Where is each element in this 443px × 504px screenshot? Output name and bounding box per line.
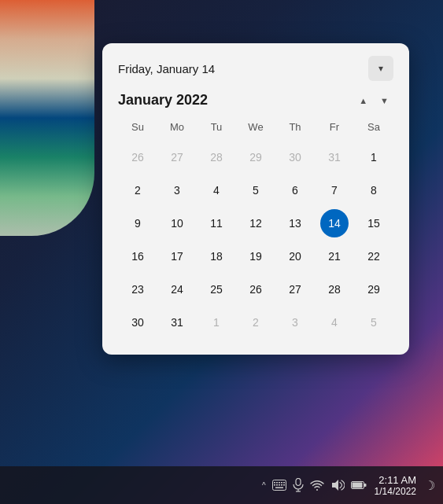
- month-year-title: January 2022: [118, 92, 208, 109]
- cal-day-4[interactable]: 4: [202, 176, 231, 204]
- show-hidden-icons-button[interactable]: ^: [262, 481, 266, 490]
- cal-day-3-next[interactable]: 3: [281, 308, 309, 337]
- dow-fr: Fr: [315, 116, 354, 138]
- cal-day-16[interactable]: 16: [124, 242, 152, 270]
- cal-day-13[interactable]: 13: [281, 209, 309, 237]
- dow-tu: Tu: [197, 116, 236, 138]
- taskbar: ^: [0, 466, 443, 504]
- cal-day-26[interactable]: 26: [242, 275, 270, 304]
- cal-day-9[interactable]: 9: [124, 209, 152, 237]
- svg-rect-12: [296, 479, 301, 486]
- battery-icon[interactable]: [351, 480, 367, 491]
- svg-rect-9: [281, 484, 282, 486]
- cal-day-30[interactable]: 30: [124, 308, 152, 337]
- cal-day-25[interactable]: 25: [202, 275, 231, 304]
- cal-day-27[interactable]: 27: [281, 275, 309, 304]
- wifi-icon[interactable]: [310, 480, 324, 491]
- cal-day-2-next[interactable]: 2: [242, 308, 270, 337]
- cal-day-12[interactable]: 12: [242, 209, 270, 237]
- cal-day-19[interactable]: 19: [242, 242, 270, 270]
- cal-day-15[interactable]: 15: [360, 209, 388, 237]
- svg-point-15: [316, 489, 318, 491]
- wallpaper-accent: [0, 0, 94, 236]
- cal-day-21[interactable]: 21: [320, 242, 349, 270]
- cal-day-28[interactable]: 28: [320, 275, 349, 304]
- month-navigation: January 2022 ▲ ▼: [118, 92, 393, 109]
- cal-day-26-prev[interactable]: 26: [124, 143, 152, 171]
- selected-date-label: Friday, January 14: [118, 62, 215, 75]
- days-of-week-row: Su Mo Tu We Th Fr Sa: [118, 116, 393, 138]
- clock-display[interactable]: 2:11 AM 1/14/2022: [375, 474, 416, 497]
- cal-day-7[interactable]: 7: [320, 176, 349, 204]
- cal-day-5[interactable]: 5: [242, 176, 270, 204]
- dow-mo: Mo: [157, 116, 197, 138]
- cal-day-18[interactable]: 18: [202, 242, 231, 270]
- cal-day-1-next[interactable]: 1: [202, 308, 231, 337]
- cal-day-4-next[interactable]: 4: [320, 308, 349, 337]
- microphone-icon[interactable]: [293, 478, 304, 492]
- calendar-popup: Friday, January 14 ▾ January 2022 ▲ ▼ Su…: [102, 43, 409, 355]
- calendar-header: Friday, January 14 ▾: [118, 56, 393, 81]
- cal-day-27-prev[interactable]: 27: [163, 143, 191, 171]
- cal-day-31-prev[interactable]: 31: [320, 143, 349, 171]
- cal-day-22[interactable]: 22: [360, 242, 388, 270]
- clock-date: 1/14/2022: [375, 486, 416, 497]
- dow-su: Su: [118, 116, 157, 138]
- cal-day-8[interactable]: 8: [360, 176, 388, 204]
- cal-day-23[interactable]: 23: [124, 275, 152, 304]
- volume-icon[interactable]: [330, 479, 345, 491]
- svg-rect-3: [279, 482, 280, 484]
- keyboard-icon[interactable]: [272, 480, 286, 491]
- notifications-icon[interactable]: ☽: [424, 478, 435, 493]
- prev-month-button[interactable]: ▲: [354, 93, 372, 109]
- cal-day-31[interactable]: 31: [163, 308, 191, 337]
- svg-rect-4: [281, 482, 282, 484]
- svg-marker-16: [332, 480, 338, 491]
- calendar-dropdown-button[interactable]: ▾: [368, 56, 393, 81]
- cal-day-1[interactable]: 1: [360, 143, 388, 171]
- svg-rect-5: [283, 482, 285, 484]
- cal-day-3[interactable]: 3: [163, 176, 191, 204]
- svg-rect-18: [352, 483, 362, 488]
- svg-rect-11: [275, 487, 283, 489]
- calendar-grid: 26 27 28 29 30 31 1 2 3 4 5 6 7 8 9 10 1…: [118, 141, 393, 339]
- system-tray: ^: [262, 478, 367, 492]
- cal-day-20[interactable]: 20: [281, 242, 309, 270]
- cal-day-24[interactable]: 24: [163, 275, 191, 304]
- cal-day-6[interactable]: 6: [281, 176, 309, 204]
- clock-time: 2:11 AM: [378, 474, 416, 486]
- next-month-button[interactable]: ▼: [375, 93, 393, 109]
- cal-day-2[interactable]: 2: [124, 176, 152, 204]
- cal-day-30-prev[interactable]: 30: [281, 143, 309, 171]
- svg-rect-10: [283, 484, 285, 486]
- cal-day-14-today[interactable]: 14: [320, 209, 349, 237]
- cal-day-29-prev[interactable]: 29: [242, 143, 270, 171]
- cal-day-11[interactable]: 11: [202, 209, 231, 237]
- nav-arrows: ▲ ▼: [354, 93, 393, 109]
- dow-sa: Sa: [354, 116, 393, 138]
- svg-rect-6: [274, 484, 275, 486]
- cal-day-28-prev[interactable]: 28: [202, 143, 231, 171]
- svg-rect-2: [276, 482, 278, 484]
- svg-rect-19: [364, 484, 366, 487]
- cal-day-29[interactable]: 29: [360, 275, 388, 304]
- svg-rect-7: [276, 484, 278, 486]
- cal-day-5-next[interactable]: 5: [360, 308, 388, 337]
- dow-th: Th: [275, 116, 315, 138]
- dow-we: We: [236, 116, 275, 138]
- cal-day-10[interactable]: 10: [163, 209, 191, 237]
- cal-day-17[interactable]: 17: [163, 242, 191, 270]
- svg-rect-1: [274, 482, 275, 484]
- svg-rect-8: [279, 484, 280, 486]
